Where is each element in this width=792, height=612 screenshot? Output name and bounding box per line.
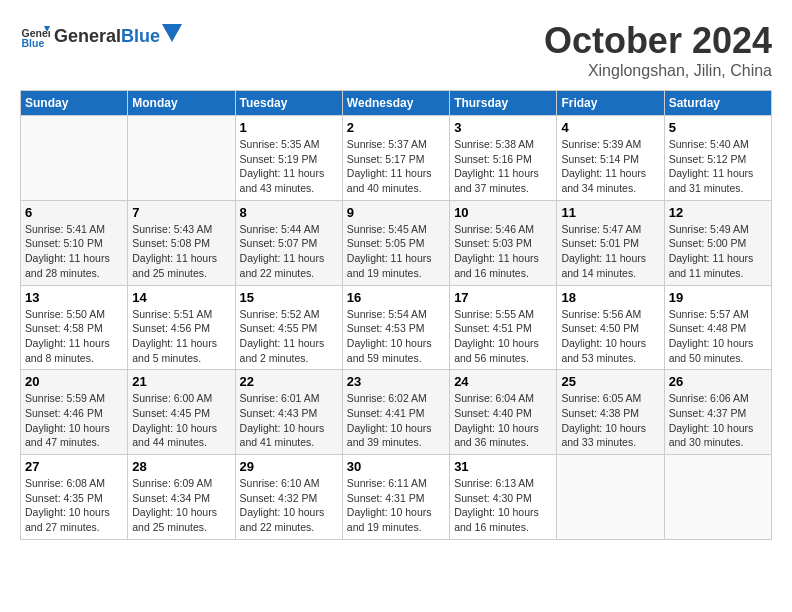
day-number: 12 (669, 205, 767, 220)
day-number: 13 (25, 290, 123, 305)
day-info: Sunrise: 5:47 AM Sunset: 5:01 PM Dayligh… (561, 222, 659, 281)
day-number: 10 (454, 205, 552, 220)
calendar-cell: 16Sunrise: 5:54 AM Sunset: 4:53 PM Dayli… (342, 285, 449, 370)
day-info: Sunrise: 5:57 AM Sunset: 4:48 PM Dayligh… (669, 307, 767, 366)
day-info: Sunrise: 5:52 AM Sunset: 4:55 PM Dayligh… (240, 307, 338, 366)
calendar-cell: 25Sunrise: 6:05 AM Sunset: 4:38 PM Dayli… (557, 370, 664, 455)
day-number: 14 (132, 290, 230, 305)
day-info: Sunrise: 5:55 AM Sunset: 4:51 PM Dayligh… (454, 307, 552, 366)
day-number: 16 (347, 290, 445, 305)
day-info: Sunrise: 5:44 AM Sunset: 5:07 PM Dayligh… (240, 222, 338, 281)
day-info: Sunrise: 5:39 AM Sunset: 5:14 PM Dayligh… (561, 137, 659, 196)
logo: General Blue General Blue (20, 20, 182, 50)
day-number: 22 (240, 374, 338, 389)
calendar-cell: 5Sunrise: 5:40 AM Sunset: 5:12 PM Daylig… (664, 116, 771, 201)
day-number: 17 (454, 290, 552, 305)
calendar-cell: 31Sunrise: 6:13 AM Sunset: 4:30 PM Dayli… (450, 455, 557, 540)
location-title: Xinglongshan, Jilin, China (544, 62, 772, 80)
day-info: Sunrise: 5:38 AM Sunset: 5:16 PM Dayligh… (454, 137, 552, 196)
calendar-cell: 29Sunrise: 6:10 AM Sunset: 4:32 PM Dayli… (235, 455, 342, 540)
calendar-cell: 23Sunrise: 6:02 AM Sunset: 4:41 PM Dayli… (342, 370, 449, 455)
weekday-header-monday: Monday (128, 91, 235, 116)
day-number: 5 (669, 120, 767, 135)
calendar-cell: 27Sunrise: 6:08 AM Sunset: 4:35 PM Dayli… (21, 455, 128, 540)
calendar-week-4: 20Sunrise: 5:59 AM Sunset: 4:46 PM Dayli… (21, 370, 772, 455)
calendar-cell: 7Sunrise: 5:43 AM Sunset: 5:08 PM Daylig… (128, 200, 235, 285)
calendar-cell: 17Sunrise: 5:55 AM Sunset: 4:51 PM Dayli… (450, 285, 557, 370)
calendar-cell (664, 455, 771, 540)
calendar-cell: 21Sunrise: 6:00 AM Sunset: 4:45 PM Dayli… (128, 370, 235, 455)
day-number: 29 (240, 459, 338, 474)
calendar-week-2: 6Sunrise: 5:41 AM Sunset: 5:10 PM Daylig… (21, 200, 772, 285)
logo-arrow-icon (162, 24, 182, 42)
day-info: Sunrise: 6:08 AM Sunset: 4:35 PM Dayligh… (25, 476, 123, 535)
day-info: Sunrise: 6:11 AM Sunset: 4:31 PM Dayligh… (347, 476, 445, 535)
weekday-header-saturday: Saturday (664, 91, 771, 116)
day-info: Sunrise: 6:02 AM Sunset: 4:41 PM Dayligh… (347, 391, 445, 450)
header: General Blue General Blue October 2024 X… (20, 20, 772, 80)
weekday-header-sunday: Sunday (21, 91, 128, 116)
calendar-cell: 13Sunrise: 5:50 AM Sunset: 4:58 PM Dayli… (21, 285, 128, 370)
logo-general: General (54, 26, 121, 47)
day-number: 2 (347, 120, 445, 135)
calendar-cell (128, 116, 235, 201)
day-number: 19 (669, 290, 767, 305)
svg-marker-3 (162, 24, 182, 42)
day-number: 21 (132, 374, 230, 389)
calendar-cell: 30Sunrise: 6:11 AM Sunset: 4:31 PM Dayli… (342, 455, 449, 540)
day-info: Sunrise: 5:49 AM Sunset: 5:00 PM Dayligh… (669, 222, 767, 281)
day-number: 9 (347, 205, 445, 220)
day-number: 31 (454, 459, 552, 474)
calendar-cell: 9Sunrise: 5:45 AM Sunset: 5:05 PM Daylig… (342, 200, 449, 285)
day-info: Sunrise: 6:09 AM Sunset: 4:34 PM Dayligh… (132, 476, 230, 535)
logo-blue: Blue (121, 26, 160, 47)
logo-icon: General Blue (20, 20, 50, 50)
day-info: Sunrise: 5:43 AM Sunset: 5:08 PM Dayligh… (132, 222, 230, 281)
day-info: Sunrise: 5:35 AM Sunset: 5:19 PM Dayligh… (240, 137, 338, 196)
month-title: October 2024 (544, 20, 772, 62)
weekday-header-friday: Friday (557, 91, 664, 116)
calendar-week-3: 13Sunrise: 5:50 AM Sunset: 4:58 PM Dayli… (21, 285, 772, 370)
calendar-cell: 22Sunrise: 6:01 AM Sunset: 4:43 PM Dayli… (235, 370, 342, 455)
calendar-cell: 12Sunrise: 5:49 AM Sunset: 5:00 PM Dayli… (664, 200, 771, 285)
day-info: Sunrise: 5:46 AM Sunset: 5:03 PM Dayligh… (454, 222, 552, 281)
day-number: 6 (25, 205, 123, 220)
day-info: Sunrise: 6:04 AM Sunset: 4:40 PM Dayligh… (454, 391, 552, 450)
day-number: 26 (669, 374, 767, 389)
calendar-cell: 11Sunrise: 5:47 AM Sunset: 5:01 PM Dayli… (557, 200, 664, 285)
day-info: Sunrise: 6:10 AM Sunset: 4:32 PM Dayligh… (240, 476, 338, 535)
calendar-week-1: 1Sunrise: 5:35 AM Sunset: 5:19 PM Daylig… (21, 116, 772, 201)
day-info: Sunrise: 5:59 AM Sunset: 4:46 PM Dayligh… (25, 391, 123, 450)
day-number: 24 (454, 374, 552, 389)
calendar-table: SundayMondayTuesdayWednesdayThursdayFrid… (20, 90, 772, 540)
day-number: 30 (347, 459, 445, 474)
day-number: 8 (240, 205, 338, 220)
calendar-cell: 10Sunrise: 5:46 AM Sunset: 5:03 PM Dayli… (450, 200, 557, 285)
calendar-cell: 6Sunrise: 5:41 AM Sunset: 5:10 PM Daylig… (21, 200, 128, 285)
weekday-header-tuesday: Tuesday (235, 91, 342, 116)
calendar-cell (21, 116, 128, 201)
calendar-cell: 28Sunrise: 6:09 AM Sunset: 4:34 PM Dayli… (128, 455, 235, 540)
calendar-cell: 4Sunrise: 5:39 AM Sunset: 5:14 PM Daylig… (557, 116, 664, 201)
day-info: Sunrise: 6:06 AM Sunset: 4:37 PM Dayligh… (669, 391, 767, 450)
day-info: Sunrise: 5:51 AM Sunset: 4:56 PM Dayligh… (132, 307, 230, 366)
calendar-header-row: SundayMondayTuesdayWednesdayThursdayFrid… (21, 91, 772, 116)
calendar-cell: 8Sunrise: 5:44 AM Sunset: 5:07 PM Daylig… (235, 200, 342, 285)
day-number: 25 (561, 374, 659, 389)
day-info: Sunrise: 6:05 AM Sunset: 4:38 PM Dayligh… (561, 391, 659, 450)
day-number: 20 (25, 374, 123, 389)
day-info: Sunrise: 5:37 AM Sunset: 5:17 PM Dayligh… (347, 137, 445, 196)
calendar-cell: 14Sunrise: 5:51 AM Sunset: 4:56 PM Dayli… (128, 285, 235, 370)
day-info: Sunrise: 5:45 AM Sunset: 5:05 PM Dayligh… (347, 222, 445, 281)
svg-text:Blue: Blue (22, 37, 45, 49)
calendar-cell (557, 455, 664, 540)
day-info: Sunrise: 6:00 AM Sunset: 4:45 PM Dayligh… (132, 391, 230, 450)
weekday-header-thursday: Thursday (450, 91, 557, 116)
day-number: 23 (347, 374, 445, 389)
day-info: Sunrise: 5:50 AM Sunset: 4:58 PM Dayligh… (25, 307, 123, 366)
day-number: 7 (132, 205, 230, 220)
day-info: Sunrise: 5:40 AM Sunset: 5:12 PM Dayligh… (669, 137, 767, 196)
calendar-cell: 20Sunrise: 5:59 AM Sunset: 4:46 PM Dayli… (21, 370, 128, 455)
day-number: 11 (561, 205, 659, 220)
calendar-cell: 15Sunrise: 5:52 AM Sunset: 4:55 PM Dayli… (235, 285, 342, 370)
